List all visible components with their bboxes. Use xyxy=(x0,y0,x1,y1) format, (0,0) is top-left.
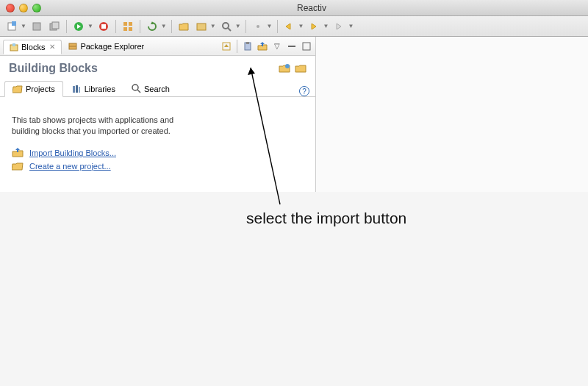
create-link[interactable]: Create a new project... xyxy=(29,162,111,171)
main-toolbar: ▼ ▼ ▼ ▼ ▼ ▼ ▼ ▼ ▼ xyxy=(0,16,588,37)
blocks-panel: Blocks ✕ Package Explorer ▽ Building Blo… xyxy=(0,37,316,192)
save-button[interactable] xyxy=(29,19,44,34)
svg-marker-20 xyxy=(337,24,341,29)
minimize-icon[interactable] xyxy=(19,4,28,12)
import-icon xyxy=(12,148,24,158)
dropdown-icon[interactable]: ▼ xyxy=(21,23,26,29)
close-icon[interactable]: ✕ xyxy=(49,43,55,51)
open-folder-icon[interactable] xyxy=(295,63,306,74)
create-link-row: Create a new project... xyxy=(12,161,304,171)
svg-rect-34 xyxy=(76,85,78,93)
svg-rect-1 xyxy=(12,21,16,26)
svg-point-32 xyxy=(285,64,290,68)
dropdown-icon[interactable]: ▼ xyxy=(235,23,241,29)
back-button[interactable] xyxy=(282,19,297,34)
import-link-row: Import Building Blocks... xyxy=(12,148,304,158)
svg-marker-26 xyxy=(224,44,229,47)
svg-rect-4 xyxy=(52,22,59,29)
svg-rect-10 xyxy=(129,22,132,26)
dropdown-icon[interactable]: ▼ xyxy=(323,23,329,29)
tab-package-explorer[interactable]: Package Explorer xyxy=(62,39,151,54)
new-button[interactable] xyxy=(4,19,19,34)
view-toolbar: ▽ xyxy=(220,40,312,53)
out-button[interactable] xyxy=(331,19,346,34)
forward-button[interactable] xyxy=(306,19,321,34)
folder-open-icon xyxy=(12,161,24,171)
zoom-icon[interactable] xyxy=(32,4,41,12)
books-icon xyxy=(71,85,82,93)
stop-button[interactable] xyxy=(96,19,111,34)
minimize-button[interactable] xyxy=(286,40,298,52)
svg-rect-33 xyxy=(73,86,75,93)
sub-tabs: Projects Libraries Search ? xyxy=(0,78,315,97)
svg-rect-14 xyxy=(197,24,206,30)
projects-description: This tab shows projects with application… xyxy=(12,115,203,137)
new-folder-icon[interactable] xyxy=(279,63,290,74)
folder-open-icon xyxy=(12,85,23,93)
refresh-button[interactable] xyxy=(145,19,159,34)
run-button[interactable] xyxy=(71,19,86,34)
dropdown-icon[interactable]: ▼ xyxy=(161,23,167,29)
subtab-search[interactable]: Search xyxy=(123,80,178,97)
tab-blocks[interactable]: Blocks ✕ xyxy=(3,40,62,54)
package-icon xyxy=(68,42,77,51)
svg-rect-30 xyxy=(288,46,295,47)
editor-area xyxy=(316,37,588,192)
panel-heading-row: Building Blocks xyxy=(0,56,315,78)
subtab-label: Libraries xyxy=(85,85,115,93)
svg-point-15 xyxy=(223,23,229,29)
subtab-label: Search xyxy=(144,85,170,93)
svg-marker-19 xyxy=(312,24,316,29)
folder-button[interactable] xyxy=(194,19,209,34)
tab-label: Package Explorer xyxy=(80,42,144,51)
view-tabs: Blocks ✕ Package Explorer ▽ xyxy=(0,37,315,56)
svg-rect-31 xyxy=(303,43,310,50)
search-icon xyxy=(132,84,141,93)
svg-point-17 xyxy=(257,25,259,28)
view-menu-icon[interactable]: ▽ xyxy=(271,40,283,52)
dropdown-icon[interactable]: ▼ xyxy=(210,23,216,29)
dropdown-icon[interactable]: ▼ xyxy=(87,23,93,29)
projects-tab-content: This tab shows projects with application… xyxy=(0,97,315,192)
import-link[interactable]: Import Building Blocks... xyxy=(29,149,116,157)
svg-point-36 xyxy=(132,85,138,90)
svg-line-37 xyxy=(137,90,140,93)
svg-marker-18 xyxy=(286,24,290,29)
svg-rect-9 xyxy=(123,22,127,26)
nav-button[interactable] xyxy=(251,19,265,34)
svg-line-16 xyxy=(228,28,231,31)
help-icon[interactable]: ? xyxy=(299,86,309,96)
save-all-button[interactable] xyxy=(47,19,62,34)
close-icon[interactable] xyxy=(6,4,15,12)
svg-rect-35 xyxy=(79,87,80,93)
collapse-all-button[interactable] xyxy=(220,40,232,52)
open-folder-button[interactable] xyxy=(176,19,191,34)
panel-heading: Building Blocks xyxy=(9,62,98,75)
dropdown-icon[interactable]: ▼ xyxy=(267,23,273,29)
maximize-button[interactable] xyxy=(301,40,312,52)
import-button[interactable] xyxy=(257,40,268,52)
annotation-text: select the import button xyxy=(246,210,406,227)
subtab-libraries[interactable]: Libraries xyxy=(63,81,123,97)
traffic-lights xyxy=(6,4,41,12)
svg-rect-12 xyxy=(129,27,132,31)
dropdown-icon[interactable]: ▼ xyxy=(298,23,304,29)
subtab-projects[interactable]: Projects xyxy=(4,81,63,97)
tab-label: Blocks xyxy=(21,43,45,51)
grid-button[interactable] xyxy=(121,19,135,34)
paste-button[interactable] xyxy=(242,40,254,52)
svg-rect-8 xyxy=(101,24,106,29)
blocks-icon xyxy=(10,43,18,51)
search-button[interactable] xyxy=(219,19,234,34)
svg-rect-28 xyxy=(246,42,249,44)
dropdown-icon[interactable]: ▼ xyxy=(348,23,354,29)
svg-rect-11 xyxy=(123,27,127,31)
window-title: Reactiv xyxy=(41,3,582,13)
svg-rect-22 xyxy=(12,43,15,46)
window-titlebar: Reactiv xyxy=(0,0,588,16)
svg-rect-2 xyxy=(33,23,40,30)
subtab-label: Projects xyxy=(26,85,55,93)
